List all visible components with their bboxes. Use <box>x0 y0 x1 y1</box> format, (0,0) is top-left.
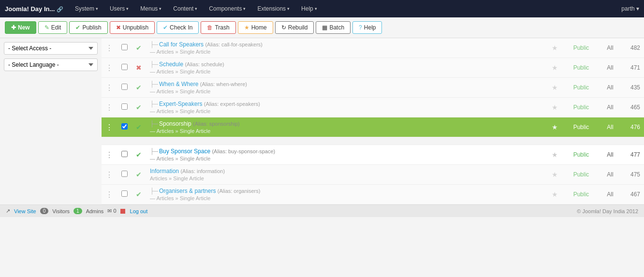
status-check-icon[interactable]: ✔ <box>136 151 142 159</box>
star-icon[interactable]: ★ <box>552 151 558 159</box>
star-icon[interactable]: ★ <box>552 84 558 91</box>
access-cell: Public <box>562 117 600 137</box>
drag-handle[interactable]: ⋮ <box>102 145 117 165</box>
star-icon[interactable]: ★ <box>552 44 558 52</box>
row-checkbox[interactable] <box>117 165 132 185</box>
help-button[interactable]: ? Help <box>352 21 382 34</box>
status-cell[interactable]: ✔ <box>132 145 146 165</box>
item-title-link[interactable]: When & Where <box>159 81 198 87</box>
status-cell[interactable]: ✔ <box>132 185 146 204</box>
row-checkbox[interactable] <box>117 145 132 165</box>
status-check-icon[interactable]: ✔ <box>136 123 142 131</box>
star-icon[interactable]: ★ <box>552 171 558 178</box>
item-alias: (Alias: schedule) <box>185 61 224 67</box>
star-icon[interactable]: ★ <box>552 64 558 72</box>
menu-table: ⋮ ✔ ├─Call for Speakers (Alias: call-for… <box>102 38 644 204</box>
item-subtitle: — Articles » Single Article <box>150 108 543 114</box>
status-check-icon[interactable]: ✔ <box>136 44 142 52</box>
star-icon[interactable]: ★ <box>552 190 558 198</box>
nav-components[interactable]: Components ▾ <box>204 0 250 17</box>
star-cell[interactable]: ★ <box>547 98 562 117</box>
status-cell[interactable]: ✖ <box>132 58 146 78</box>
unpublish-button[interactable]: ✖ Unpublish <box>110 21 155 34</box>
indent-icon: ├─ <box>150 61 158 68</box>
star-cell[interactable]: ★ <box>547 38 562 58</box>
main-layout: - Select Access - - Select Language - ⋮ … <box>0 38 644 204</box>
star-cell[interactable]: ★ <box>547 185 562 204</box>
row-checkbox[interactable] <box>117 78 132 98</box>
status-cell[interactable]: ✔ <box>132 117 146 137</box>
status-cell[interactable]: ✔ <box>132 165 146 185</box>
indent-icon: ├─ <box>150 148 158 155</box>
drag-handle[interactable]: ⋮ <box>102 117 117 137</box>
nav-system[interactable]: System ▾ <box>70 0 103 17</box>
new-button[interactable]: ✚ New <box>5 21 36 34</box>
star-cell[interactable]: ★ <box>547 145 562 165</box>
edit-button[interactable]: ✎ Edit <box>38 21 68 34</box>
row-checkbox[interactable] <box>117 98 132 117</box>
star-cell[interactable]: ★ <box>547 117 562 137</box>
drag-handle[interactable]: ⋮ <box>102 78 117 98</box>
item-title-link[interactable]: Information <box>150 168 179 175</box>
status-check-icon[interactable]: ✔ <box>136 171 142 178</box>
row-checkbox[interactable] <box>117 185 132 204</box>
item-title-link[interactable]: Call for Speakers <box>159 41 204 48</box>
row-checkbox[interactable] <box>117 38 132 58</box>
status-x-icon[interactable]: ✖ <box>136 64 142 72</box>
status-cell[interactable]: ✔ <box>132 98 146 117</box>
logout-link[interactable]: Log out <box>130 208 148 214</box>
table-row: ⋮ ✔ ├─Buy Sponsor Space (Alias: buy-spon… <box>102 145 644 165</box>
nav-help[interactable]: Help ▾ <box>296 0 322 17</box>
nav-users[interactable]: Users ▾ <box>105 0 133 17</box>
drag-handle[interactable]: ⋮ <box>102 38 117 58</box>
drag-handle[interactable]: ⋮ <box>102 58 117 78</box>
nav-content[interactable]: Content ▾ <box>168 0 202 17</box>
status-cell[interactable]: ✔ <box>132 78 146 98</box>
item-title-link[interactable]: Expert-Speakers <box>159 101 202 107</box>
language-filter[interactable]: - Select Language - <box>4 58 98 71</box>
status-check-icon[interactable]: ✔ <box>136 84 142 91</box>
star-icon[interactable]: ★ <box>552 123 558 131</box>
item-subtitle: — Articles » Single Article <box>150 69 543 74</box>
publish-button[interactable]: ✔ Publish <box>69 21 107 34</box>
drag-handle[interactable]: ⋮ <box>102 165 117 185</box>
star-cell[interactable]: ★ <box>547 78 562 98</box>
star-cell[interactable]: ★ <box>547 165 562 185</box>
item-cell: ├─Expert-Speakers (Alias: expert-speaker… <box>146 98 547 117</box>
batch-button[interactable]: ▦ Batch <box>316 21 351 34</box>
item-title-link[interactable]: Buy Sponsor Space <box>159 148 210 155</box>
drag-handle[interactable]: ⋮ <box>102 185 117 204</box>
item-subtitle: — Articles » Single Article <box>150 128 543 134</box>
item-title-link[interactable]: Schedule <box>159 61 183 68</box>
status-check-icon[interactable]: ✔ <box>136 103 142 111</box>
trash-button[interactable]: 🗑 Trash <box>201 21 235 34</box>
nav-extensions[interactable]: Extensions ▾ <box>252 0 294 17</box>
drag-handle[interactable]: ⋮ <box>102 98 117 117</box>
nav-menus[interactable]: Menus ▾ <box>135 0 166 17</box>
star-icon[interactable]: ★ <box>552 103 558 111</box>
status-cell[interactable]: ✔ <box>132 38 146 58</box>
item-title-link[interactable]: Organisers & partners <box>159 188 216 194</box>
row-checkbox[interactable] <box>117 117 132 137</box>
user-menu[interactable]: parth ▾ <box>621 5 639 12</box>
indent-icon: ├─ <box>150 120 158 127</box>
pencil-icon: ✎ <box>44 24 49 31</box>
brand[interactable]: Joomla! Day In... 🔗 <box>5 5 63 13</box>
lang-cell: All <box>600 165 620 185</box>
lang-cell: All <box>600 145 620 165</box>
view-site-link[interactable]: View Site <box>14 208 36 214</box>
status-check-icon[interactable]: ✔ <box>136 190 142 198</box>
visitors-label: Visitors <box>52 208 70 214</box>
rebuild-button[interactable]: ↻ Rebuild <box>275 21 314 34</box>
star-cell[interactable]: ★ <box>547 58 562 78</box>
item-alias: (Alias: call-for-speakers) <box>205 42 263 47</box>
row-checkbox[interactable] <box>117 58 132 78</box>
access-filter[interactable]: - Select Access - <box>4 42 98 55</box>
home-button[interactable]: ★ Home <box>238 21 273 34</box>
access-cell: Public <box>562 185 600 204</box>
admins-label: Admins <box>86 208 104 214</box>
item-cell: Information (Alias: information) Article… <box>146 165 547 185</box>
item-title-link[interactable]: Sponsorship <box>159 120 191 127</box>
checkin-button[interactable]: ✔ Check In <box>157 21 199 34</box>
access-cell: Public <box>562 145 600 165</box>
